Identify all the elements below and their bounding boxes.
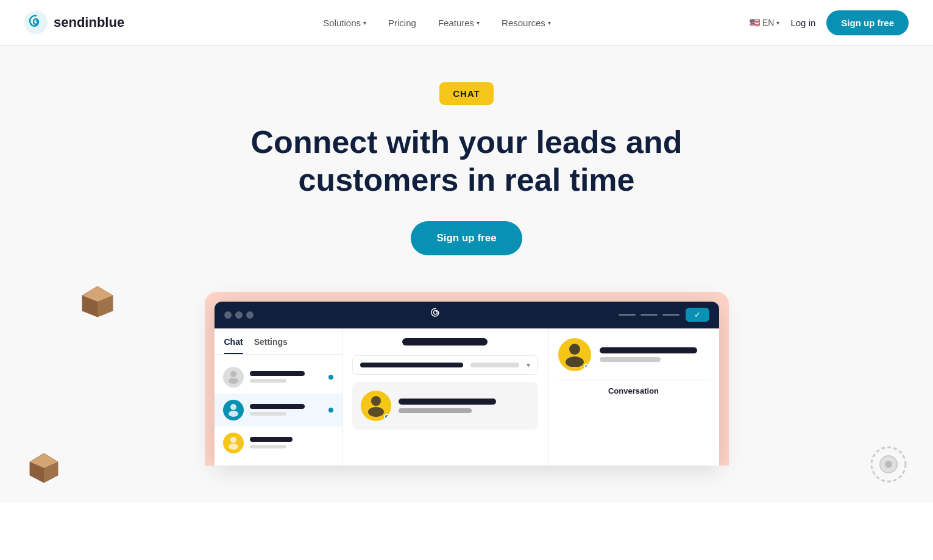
online-dot <box>384 414 390 420</box>
list-item[interactable] <box>215 394 342 427</box>
titlebar-action-button[interactable]: ✓ <box>686 308 709 322</box>
user-card-text <box>399 399 530 413</box>
titlebar-logo <box>429 307 442 323</box>
sidebar-tab-settings[interactable]: Settings <box>254 337 288 354</box>
titlebar-line-1 <box>619 314 636 316</box>
unread-dot <box>328 375 333 380</box>
dot-1 <box>224 311 232 319</box>
signup-nav-button[interactable]: Sign up free <box>826 10 909 35</box>
name-bar <box>250 371 305 376</box>
lang-label: EN <box>762 18 774 27</box>
svg-point-17 <box>229 444 238 450</box>
divider <box>558 380 709 380</box>
right-name-bar <box>600 347 697 353</box>
chat-header-bar <box>402 338 488 346</box>
user-card[interactable] <box>352 382 538 430</box>
chat-input-row[interactable]: ▾ <box>352 355 538 375</box>
nav-right: 🇺🇸 EN ▾ Log in Sign up free <box>750 10 909 35</box>
avatar <box>361 391 391 421</box>
navbar: sendinblue Solutions ▾ Pricing Features … <box>0 0 933 46</box>
list-item[interactable] <box>215 361 342 394</box>
name-bar <box>250 404 305 409</box>
cube-decoration-bottom-left <box>27 451 61 484</box>
sidebar-list <box>215 355 342 466</box>
svg-point-18 <box>371 396 381 406</box>
gear-decoration-right <box>869 445 909 484</box>
cube-decoration-left <box>79 283 116 320</box>
chevron-down-icon: ▾ <box>527 361 530 369</box>
nav-features[interactable]: Features ▾ <box>430 13 488 33</box>
right-sub-bar <box>600 357 661 362</box>
app-background: ✓ Chat Settings <box>205 292 729 466</box>
check-icon: ✓ <box>694 310 701 319</box>
logo-icon <box>24 11 48 34</box>
svg-point-14 <box>230 404 236 410</box>
sub-bar <box>250 412 286 416</box>
chat-badge: CHAT <box>24 82 909 123</box>
login-link[interactable]: Log in <box>790 18 815 28</box>
svg-point-16 <box>230 437 236 443</box>
sidebar-tabs: Chat Settings <box>215 328 342 355</box>
titlebar-right: ✓ <box>619 308 709 322</box>
app-main-chat: ▾ <box>342 328 548 466</box>
input-bar <box>360 363 463 367</box>
logo-link[interactable]: sendinblue <box>24 11 124 34</box>
avatar <box>223 433 244 453</box>
titlebar-lines <box>619 314 679 316</box>
svg-point-0 <box>24 11 48 34</box>
titlebar-line-3 <box>662 314 679 316</box>
name-bar <box>250 437 293 442</box>
app-body: Chat Settings <box>215 328 719 466</box>
lang-selector[interactable]: 🇺🇸 EN ▾ <box>750 18 779 27</box>
app-titlebar: ✓ <box>215 302 719 328</box>
user-sub-bar <box>399 408 472 413</box>
app-right-panel: Conversation <box>548 328 719 466</box>
sidebar-tab-chat[interactable]: Chat <box>224 337 243 354</box>
nav-resources[interactable]: Resources ▾ <box>493 13 559 33</box>
nav-solutions[interactable]: Solutions ▾ <box>314 13 375 33</box>
dot-3 <box>246 311 254 319</box>
conversation-label: Conversation <box>558 386 709 395</box>
sidebar-item-text <box>250 371 322 383</box>
sub-bar <box>250 445 286 448</box>
right-info-bars <box>600 347 709 362</box>
svg-point-19 <box>368 407 384 417</box>
app-mockup: ✓ Chat Settings <box>144 292 790 466</box>
app-window: ✓ Chat Settings <box>215 302 719 466</box>
hero-title: Connect with your leads and customers in… <box>223 123 711 199</box>
nav-pricing[interactable]: Pricing <box>380 13 425 33</box>
svg-point-21 <box>566 356 584 367</box>
sub-bar <box>250 379 286 383</box>
sidebar-item-text <box>250 404 322 416</box>
titlebar-dots <box>224 311 254 319</box>
svg-point-13 <box>229 378 238 384</box>
chevron-down-icon: ▾ <box>776 19 779 26</box>
right-user-row <box>558 338 709 371</box>
user-name-bar <box>399 399 496 405</box>
list-item[interactable] <box>215 427 342 459</box>
titlebar-line-2 <box>640 314 658 316</box>
online-dot <box>584 364 590 370</box>
svg-point-11 <box>885 461 892 468</box>
chevron-down-icon: ▾ <box>477 19 480 26</box>
avatar <box>223 400 244 420</box>
svg-point-20 <box>569 344 580 355</box>
flag-icon: 🇺🇸 <box>750 18 760 27</box>
input-placeholder <box>470 363 519 367</box>
sidebar-item-text <box>250 437 333 448</box>
chevron-down-icon: ▾ <box>548 19 551 26</box>
signup-hero-button[interactable]: Sign up free <box>411 221 522 255</box>
app-sidebar: Chat Settings <box>215 328 342 466</box>
avatar <box>558 338 591 371</box>
logo-text: sendinblue <box>54 15 124 30</box>
nav-links: Solutions ▾ Pricing Features ▾ Resources… <box>314 13 559 33</box>
svg-point-12 <box>230 371 236 377</box>
avatar <box>223 367 244 388</box>
hero-section: CHAT Connect with your leads and custome… <box>0 46 933 503</box>
chevron-down-icon: ▾ <box>363 19 366 26</box>
svg-point-15 <box>229 411 238 417</box>
dot-2 <box>235 311 243 319</box>
unread-dot <box>328 408 333 413</box>
